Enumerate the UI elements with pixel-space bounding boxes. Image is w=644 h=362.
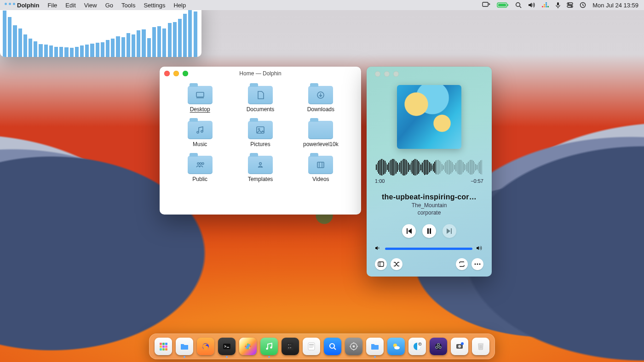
sidebar-toggle-button[interactable] <box>375 258 387 270</box>
svg-point-83 <box>461 342 464 345</box>
folder-label: Public <box>192 176 207 182</box>
dolphin-window: Home — Dolphin DesktopDocumentsDownloads… <box>160 67 361 215</box>
player-minimize-button[interactable] <box>384 71 390 77</box>
svg-rect-45 <box>165 345 167 348</box>
svg-line-5 <box>520 6 522 8</box>
dock-settings-icon[interactable] <box>345 338 362 355</box>
folder-pictures[interactable]: Pictures <box>230 117 290 147</box>
menubar-clock[interactable]: Mon Jul 24 13:59 <box>592 2 638 9</box>
svg-point-65 <box>330 344 334 348</box>
track-album: corporate <box>375 209 483 216</box>
menu-settings[interactable]: Settings <box>139 2 169 9</box>
folder-label: powerlevel10k <box>303 141 339 147</box>
window-title: Home — Dolphin <box>239 70 281 77</box>
svg-rect-61 <box>308 343 315 350</box>
dock: + −× = <box>149 334 495 359</box>
svg-point-29 <box>259 163 262 165</box>
dock-calculator-icon[interactable]: + −× = <box>282 338 299 355</box>
window-maximize-button[interactable] <box>183 71 188 76</box>
folder-powerlevel10k[interactable]: powerlevel10k <box>291 117 351 147</box>
search-status-icon[interactable] <box>515 2 522 8</box>
dock-activity-icon[interactable] <box>408 338 426 355</box>
svg-line-66 <box>334 348 336 350</box>
svg-rect-50 <box>223 344 230 349</box>
waveform-seek[interactable] <box>376 159 483 175</box>
svg-rect-47 <box>162 348 165 351</box>
svg-rect-33 <box>427 228 429 234</box>
menu-file[interactable]: File <box>43 2 61 9</box>
folder-public[interactable]: Public <box>170 152 230 182</box>
folder-label: Pictures <box>250 141 270 147</box>
svg-point-74 <box>394 346 400 350</box>
folder-desktop[interactable]: Desktop <box>170 82 230 113</box>
shuffle-button[interactable] <box>391 258 402 270</box>
window-minimize-button[interactable] <box>173 71 179 76</box>
svg-rect-41 <box>162 343 165 345</box>
deezer-status-icon[interactable] <box>542 2 549 8</box>
svg-point-15 <box>568 3 569 5</box>
dock-obs-icon[interactable] <box>430 338 447 355</box>
dock-files-icon[interactable] <box>176 338 193 355</box>
control-center-icon[interactable] <box>567 2 573 8</box>
display-status-icon[interactable] <box>482 2 490 8</box>
volume-slider[interactable] <box>385 248 472 250</box>
dock-screenshot-icon[interactable] <box>451 338 468 355</box>
time-remaining: −0:57 <box>471 178 483 184</box>
svg-point-68 <box>353 345 355 348</box>
folder-videos[interactable]: Videos <box>291 152 351 182</box>
people-folder-icon <box>188 156 213 174</box>
menu-edit[interactable]: Edit <box>61 2 80 9</box>
svg-point-23 <box>201 130 203 132</box>
dock-trash-icon[interactable] <box>472 338 489 355</box>
dock-finder-icon[interactable] <box>366 338 384 355</box>
player-maximize-button[interactable] <box>393 71 399 77</box>
folder-music[interactable]: Music <box>170 117 230 147</box>
svg-rect-13 <box>557 2 559 6</box>
svg-point-27 <box>200 163 201 164</box>
svg-rect-30 <box>317 162 324 168</box>
volume-high-icon <box>476 244 483 253</box>
clock-status-icon[interactable] <box>580 2 586 8</box>
svg-rect-7 <box>544 6 545 7</box>
dock-firefox-icon[interactable] <box>197 338 214 355</box>
svg-point-4 <box>516 3 520 7</box>
menu-tools[interactable]: Tools <box>117 2 139 9</box>
menu-view[interactable]: View <box>80 2 101 9</box>
dock-music-icon[interactable] <box>260 338 278 355</box>
dock-photos-icon[interactable] <box>239 338 257 355</box>
window-close-button[interactable] <box>164 71 170 76</box>
folder-documents[interactable]: Documents <box>230 82 290 113</box>
player-close-button[interactable] <box>375 71 380 77</box>
svg-rect-42 <box>165 343 167 345</box>
folder-label: Music <box>193 141 207 147</box>
svg-rect-84 <box>478 343 483 345</box>
svg-point-17 <box>571 6 572 7</box>
dock-search-icon[interactable] <box>324 338 341 355</box>
svg-rect-44 <box>162 345 165 348</box>
svg-text:× =: × = <box>288 346 291 349</box>
svg-rect-10 <box>544 4 545 6</box>
svg-rect-35 <box>378 262 384 266</box>
volume-status-icon[interactable] <box>528 2 535 8</box>
more-button[interactable] <box>472 258 483 270</box>
widget-menu-dots[interactable] <box>5 3 15 5</box>
folder-downloads[interactable]: Downloads <box>291 82 351 113</box>
next-button[interactable] <box>443 224 456 238</box>
folder-label: Desktop <box>190 106 210 113</box>
repeat-button[interactable] <box>456 258 468 270</box>
album-art <box>397 85 461 149</box>
active-app-name[interactable]: Dolphin <box>13 2 43 9</box>
menu-go[interactable]: Go <box>101 2 117 9</box>
battery-status-icon[interactable] <box>497 2 509 8</box>
previous-button[interactable] <box>402 224 416 238</box>
mic-status-icon[interactable] <box>556 2 560 8</box>
dock-launchpad-icon[interactable] <box>155 338 172 355</box>
folder-templates[interactable]: Templates <box>230 152 290 182</box>
picture-folder-icon <box>248 121 273 139</box>
dock-terminal-icon[interactable] <box>218 338 236 355</box>
svg-rect-3 <box>507 4 508 6</box>
pause-button[interactable] <box>422 224 436 238</box>
menu-help[interactable]: Help <box>169 2 190 9</box>
dock-notes-icon[interactable] <box>303 338 320 355</box>
dock-weather-icon[interactable] <box>387 338 405 355</box>
